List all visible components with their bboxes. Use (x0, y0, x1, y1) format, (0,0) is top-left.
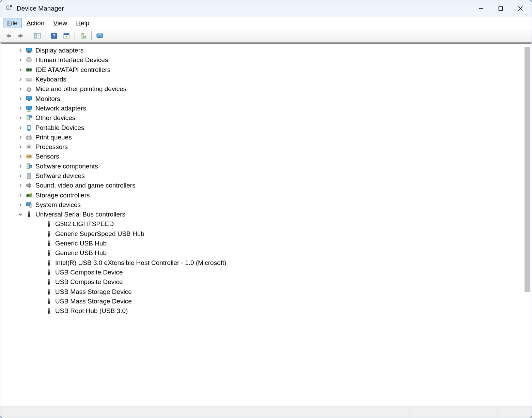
chevron-down-icon[interactable] (18, 212, 23, 217)
menubar: File Action View Help (0, 17, 532, 29)
svg-rect-54 (27, 135, 31, 137)
svg-text:?: ? (30, 116, 31, 118)
svg-rect-81 (48, 223, 50, 227)
svg-rect-92 (48, 279, 49, 281)
svg-rect-91 (48, 272, 50, 275)
tree-device-item[interactable]: USB Mass Storage Device (2, 287, 531, 296)
chevron-right-icon[interactable] (18, 67, 23, 73)
maximize-button[interactable] (491, 0, 511, 17)
tree-category-item[interactable]: Portable Devices (2, 123, 531, 132)
tree-category-item[interactable]: Keyboards (2, 75, 531, 84)
tree-item-label: Storage controllers (35, 192, 90, 199)
svg-point-65 (27, 156, 29, 157)
tree-item-label: Processors (35, 143, 68, 151)
tree-item-label: Sensors (35, 153, 59, 160)
tree-item-label: IDE ATA/ATAPI controllers (35, 66, 110, 74)
toolbar-separator (91, 31, 92, 40)
tree-category-item[interactable]: System devices (2, 200, 531, 210)
svg-rect-88 (48, 260, 49, 262)
svg-rect-46 (26, 106, 32, 109)
chevron-right-icon[interactable] (18, 48, 23, 53)
swdev-icon (25, 172, 33, 180)
chevron-right-icon[interactable] (18, 135, 23, 140)
tree-category-item[interactable]: Monitors (2, 94, 531, 103)
svg-rect-78 (28, 212, 30, 214)
chevron-right-icon[interactable] (18, 86, 23, 92)
scrollbar-thumb[interactable] (525, 47, 530, 292)
tree-category-item[interactable]: Network adapters (2, 104, 531, 113)
svg-rect-32 (27, 69, 28, 71)
tree-category-item[interactable]: Processors (2, 142, 531, 152)
chevron-right-icon[interactable] (18, 125, 23, 131)
svg-rect-33 (28, 69, 29, 71)
menu-action[interactable]: Action (22, 18, 49, 28)
tree-category-item[interactable]: Universal Serial Bus controllers (2, 210, 531, 219)
usb-icon (45, 298, 52, 305)
tree-category-item[interactable]: Sensors (2, 152, 531, 161)
tree-item-label: Software components (35, 163, 98, 170)
update-driver-button[interactable] (77, 31, 89, 41)
statusbar (0, 406, 532, 418)
other-icon: ? (25, 114, 33, 122)
svg-rect-87 (48, 252, 50, 256)
tree-device-item[interactable]: USB Root Hub (USB 3.0) (2, 306, 531, 316)
show-hide-console-tree-button[interactable] (32, 31, 43, 41)
tree-device-item[interactable]: USB Mass Storage Device (2, 297, 531, 306)
chevron-right-icon[interactable] (18, 106, 23, 111)
tree-category-item[interactable]: Mice and other pointing devices (2, 84, 531, 94)
tree-category-item[interactable]: Print queues (2, 133, 531, 142)
chevron-right-icon[interactable] (18, 115, 23, 121)
chevron-right-icon[interactable] (18, 154, 23, 159)
tree-device-item[interactable]: G502 LIGHTSPEED (2, 219, 531, 229)
storage-icon (25, 192, 33, 199)
chevron-right-icon[interactable] (18, 144, 23, 150)
chevron-right-icon[interactable] (18, 173, 23, 179)
tree-category-item[interactable]: Software devices (2, 171, 531, 181)
chevron-right-icon[interactable] (18, 202, 23, 208)
chevron-right-icon[interactable] (18, 183, 23, 188)
tree-device-item[interactable]: Generic USB Hub (2, 239, 531, 248)
tree-device-item[interactable]: Generic SuperSpeed USB Hub (2, 229, 531, 239)
device-tree[interactable]: Display adaptersHuman Interface DevicesI… (2, 45, 531, 406)
tree-device-item[interactable]: Intel(R) USB 3.0 eXtensible Host Control… (2, 258, 531, 268)
chevron-right-icon[interactable] (18, 57, 23, 63)
close-button[interactable] (511, 0, 530, 17)
tree-category-item[interactable]: +Software components (2, 162, 531, 171)
tree-device-item[interactable]: USB Composite Device (2, 268, 531, 277)
svg-rect-25 (27, 52, 31, 53)
tree-category-item[interactable]: ?Other devices (2, 113, 531, 123)
tree-item-label: Sound, video and game controllers (35, 182, 136, 189)
tree-category-item[interactable]: Sound, video and game controllers (2, 181, 531, 190)
tree-category-item[interactable]: Storage controllers (2, 190, 531, 200)
minimize-button[interactable] (471, 0, 491, 17)
menu-help[interactable]: Help (72, 18, 93, 28)
tree-category-item[interactable]: Display adapters (2, 46, 531, 55)
svg-rect-40 (31, 79, 31, 79)
toolbar: ? (0, 29, 532, 43)
svg-rect-44 (26, 96, 32, 100)
tree-category-item[interactable]: Human Interface Devices (2, 55, 531, 65)
ide-icon (25, 66, 33, 74)
svg-rect-74 (27, 195, 29, 196)
tree-device-item[interactable]: Generic USB Hub (2, 248, 531, 258)
scan-hardware-button[interactable] (94, 31, 106, 41)
menu-file[interactable]: File (3, 18, 22, 28)
chevron-right-icon[interactable] (18, 77, 23, 82)
tree-category-item[interactable]: IDE ATA/ATAPI controllers (2, 65, 531, 75)
properties-button[interactable] (61, 31, 72, 41)
toolbar-separator (29, 31, 29, 40)
svg-rect-85 (48, 243, 50, 246)
chevron-right-icon[interactable] (18, 164, 23, 169)
back-button[interactable] (3, 31, 14, 41)
chevron-right-icon[interactable] (18, 96, 23, 102)
svg-rect-55 (27, 138, 31, 140)
svg-point-73 (30, 193, 32, 195)
help-button[interactable]: ? (48, 31, 60, 41)
tree-item-label: Generic USB Hub (55, 249, 107, 257)
forward-button[interactable] (15, 31, 27, 41)
svg-rect-9 (9, 35, 11, 37)
tree-device-item[interactable]: USB Composite Device (2, 277, 531, 287)
menu-view[interactable]: View (49, 18, 71, 28)
chevron-right-icon[interactable] (18, 193, 23, 198)
swcomp-icon: + (25, 163, 33, 170)
